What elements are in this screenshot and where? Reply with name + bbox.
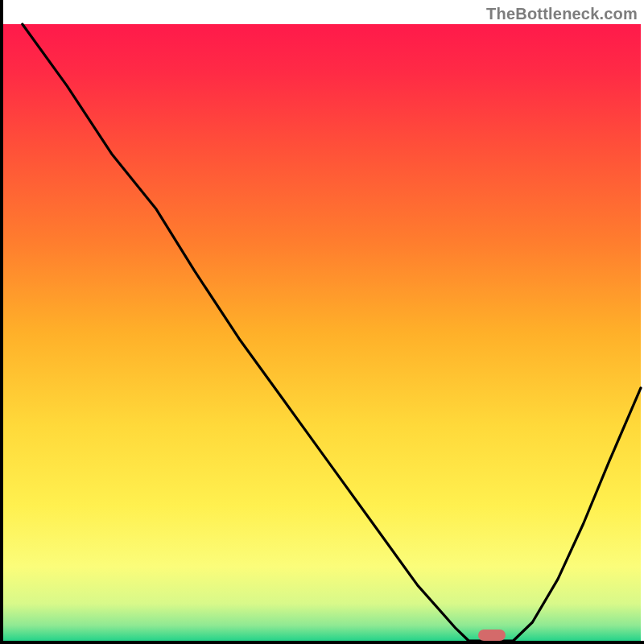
watermark-text: TheBottleneck.com xyxy=(486,5,638,23)
optimal-marker xyxy=(478,630,506,641)
bottleneck-curve xyxy=(23,24,641,641)
line-layer xyxy=(0,0,644,644)
